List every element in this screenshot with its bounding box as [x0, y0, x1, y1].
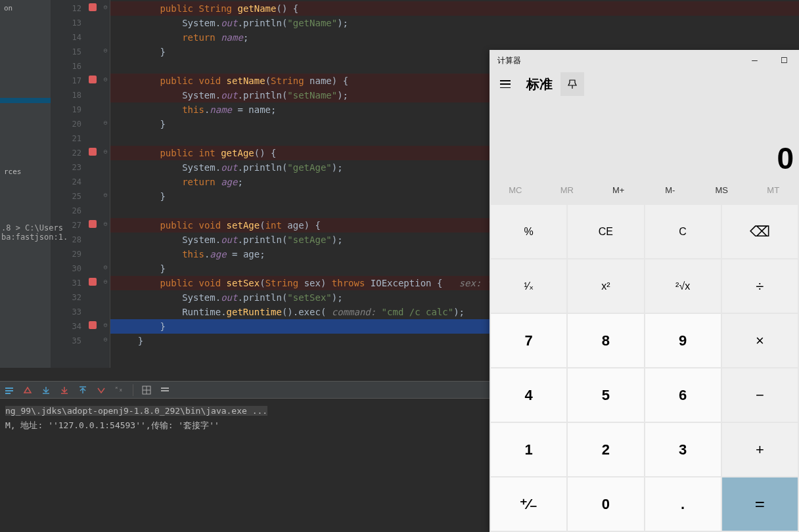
fold-gutter[interactable]: ⊖⊖⊖⊖⊖⊖⊖⊖⊖⊖⊖: [101, 0, 110, 368]
calc-key-=[interactable]: =: [722, 477, 798, 531]
gutter-cell[interactable]: [87, 188, 101, 202]
gutter-cell[interactable]: [87, 14, 101, 29]
fold-marker[interactable]: ⊖: [101, 43, 110, 58]
fold-marker[interactable]: [101, 14, 110, 29]
breakpoint-gutter[interactable]: [87, 0, 101, 368]
sidebar-item[interactable]: on: [0, 1, 51, 15]
fold-marker[interactable]: ⊖: [101, 318, 110, 332]
breakpoint-icon[interactable]: [87, 318, 101, 332]
fold-marker[interactable]: [101, 246, 110, 260]
gutter-cell[interactable]: [87, 101, 101, 116]
calc-key-CE[interactable]: CE: [568, 205, 643, 258]
fold-marker[interactable]: [101, 87, 110, 101]
calc-key-7[interactable]: 7: [491, 314, 566, 367]
minimize-button[interactable]: ─: [740, 50, 769, 71]
calc-key-.[interactable]: .: [645, 477, 721, 531]
calc-key-×[interactable]: ×: [722, 314, 798, 367]
gutter-cell[interactable]: [87, 58, 101, 72]
calc-key-−[interactable]: −: [722, 368, 798, 422]
breakpoint-icon[interactable]: [87, 275, 101, 289]
calc-key-⌫[interactable]: ⌫: [722, 205, 798, 258]
fold-marker[interactable]: [101, 58, 110, 72]
fold-marker[interactable]: [101, 159, 110, 173]
fold-marker[interactable]: ⊖: [101, 116, 110, 130]
fold-marker[interactable]: ⊖: [101, 217, 110, 231]
fold-marker[interactable]: [101, 202, 110, 217]
calc-key-¹⁄ₓ[interactable]: ¹⁄ₓ: [491, 259, 566, 313]
calculator-titlebar[interactable]: 计算器 ─ ☐: [490, 50, 799, 71]
tool-icon[interactable]: [22, 385, 33, 395]
tool-icon[interactable]: [4, 385, 14, 395]
breakpoint-icon[interactable]: [87, 72, 101, 87]
tool-icon[interactable]: ˣₓ: [114, 385, 125, 395]
mem-mr[interactable]: MR: [541, 176, 593, 204]
calc-key-8[interactable]: 8: [568, 314, 643, 367]
gutter-cell[interactable]: [87, 29, 101, 43]
mem-mc[interactable]: MC: [490, 176, 541, 204]
calc-key-÷[interactable]: ÷: [722, 259, 798, 313]
fold-marker[interactable]: ⊖: [101, 332, 110, 347]
maximize-button[interactable]: ☐: [769, 50, 799, 71]
pin-button[interactable]: [560, 72, 584, 96]
gutter-cell[interactable]: [87, 260, 101, 275]
code-line[interactable]: return name;: [110, 30, 799, 45]
fold-marker[interactable]: [101, 130, 110, 144]
calc-key-²√x[interactable]: ²√x: [645, 259, 721, 313]
gutter-cell[interactable]: [87, 202, 101, 217]
fold-marker[interactable]: [101, 303, 110, 318]
sidebar-item[interactable]: [0, 98, 51, 103]
gutter-cell[interactable]: [87, 159, 101, 173]
fold-marker[interactable]: [101, 29, 110, 43]
download-icon[interactable]: [41, 385, 51, 395]
fold-marker[interactable]: ⊖: [101, 188, 110, 202]
calc-key-2[interactable]: 2: [568, 423, 643, 476]
fold-marker[interactable]: [101, 289, 110, 303]
gutter-cell[interactable]: [87, 173, 101, 188]
fold-marker[interactable]: ⊖: [101, 0, 110, 14]
gutter-cell[interactable]: [87, 303, 101, 318]
fold-marker[interactable]: ⊖: [101, 72, 110, 87]
mem-mplus[interactable]: M+: [593, 176, 645, 204]
calc-key-⁺⁄₋[interactable]: ⁺⁄₋: [491, 477, 566, 531]
calc-key-9[interactable]: 9: [645, 314, 721, 367]
gutter-cell[interactable]: [87, 231, 101, 246]
mem-ms[interactable]: MS: [696, 176, 748, 204]
gutter-cell[interactable]: [87, 332, 101, 347]
breakpoint-icon[interactable]: [87, 217, 101, 231]
calc-key-+[interactable]: +: [722, 423, 798, 476]
fold-marker[interactable]: [101, 231, 110, 246]
calc-key-0[interactable]: 0: [568, 477, 643, 531]
gutter-cell[interactable]: [87, 130, 101, 144]
settings-icon[interactable]: [160, 385, 170, 395]
sidebar-item[interactable]: rces: [0, 165, 51, 179]
fold-marker[interactable]: ⊖: [101, 260, 110, 275]
gutter-cell[interactable]: [87, 43, 101, 58]
tool-icon[interactable]: [96, 385, 106, 395]
gutter-cell[interactable]: [87, 116, 101, 130]
fold-marker[interactable]: [101, 101, 110, 116]
code-line[interactable]: System.out.println("getName");: [110, 16, 799, 30]
breakpoint-icon[interactable]: [87, 0, 101, 14]
calc-key-%[interactable]: %: [491, 205, 566, 258]
calc-key-x²[interactable]: x²: [568, 259, 643, 313]
breakpoint-icon[interactable]: [87, 144, 101, 159]
gutter-cell[interactable]: [87, 289, 101, 303]
calc-key-5[interactable]: 5: [568, 368, 643, 422]
fold-marker[interactable]: [101, 173, 110, 188]
mem-mt[interactable]: MT: [748, 176, 800, 204]
calc-key-C[interactable]: C: [645, 205, 721, 258]
calc-key-6[interactable]: 6: [645, 368, 721, 422]
gutter-cell[interactable]: [87, 246, 101, 260]
code-line[interactable]: public String getName() {: [110, 1, 799, 16]
calc-key-4[interactable]: 4: [491, 368, 566, 422]
grid-icon[interactable]: [141, 385, 152, 395]
calc-key-3[interactable]: 3: [645, 423, 721, 476]
download-icon[interactable]: [59, 385, 70, 395]
upload-icon[interactable]: [78, 385, 88, 395]
fold-marker[interactable]: ⊖: [101, 144, 110, 159]
gutter-cell[interactable]: [87, 87, 101, 101]
project-sidebar[interactable]: on rces: [0, 0, 51, 368]
calc-key-1[interactable]: 1: [491, 423, 566, 476]
fold-marker[interactable]: ⊖: [101, 275, 110, 289]
menu-button[interactable]: [492, 71, 518, 97]
